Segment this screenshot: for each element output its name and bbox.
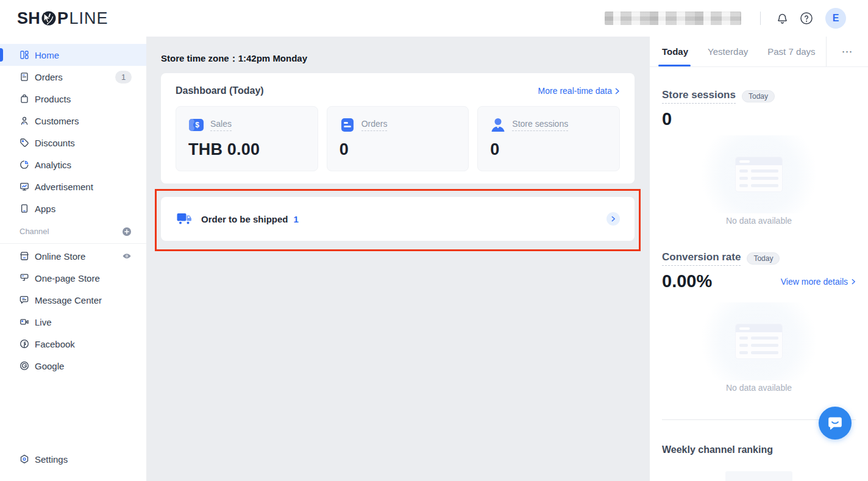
sidebar-item-label: Discounts — [35, 138, 132, 148]
user-avatar[interactable]: E — [825, 8, 846, 29]
store-sessions-icon — [490, 117, 506, 133]
sidebar-item-label: Google — [35, 361, 132, 371]
metric-orders[interactable]: Orders 0 — [327, 106, 469, 171]
google-icon — [20, 361, 29, 371]
no-data-text: No data available — [662, 216, 856, 226]
customers-icon — [20, 116, 29, 126]
order-to-be-shipped-card[interactable]: Order to be shipped 1 — [161, 197, 635, 241]
notifications-button[interactable] — [774, 10, 790, 26]
orders-metric-icon — [340, 117, 355, 133]
sidebar-item-advertisement[interactable]: Advertisement — [0, 176, 146, 198]
store-sessions-value: 0 — [662, 109, 856, 129]
sidebar-item-home[interactable]: Home — [0, 44, 146, 66]
avatar-letter: E — [833, 13, 839, 24]
metric-store-sessions[interactable]: Store sessions 0 — [477, 106, 620, 171]
sales-icon: $ — [188, 117, 204, 133]
view-more-details-link[interactable]: View more details — [781, 277, 856, 287]
products-icon — [20, 94, 29, 104]
orders-count-badge: 1 — [115, 71, 132, 84]
metric-value: THB 0.00 — [188, 140, 305, 159]
analytics-icon — [20, 160, 29, 169]
sidebar-item-label: Facebook — [35, 339, 132, 349]
sidebar-item-online-store[interactable]: Online Store — [0, 245, 146, 267]
sidebar-item-facebook[interactable]: Facebook — [0, 333, 146, 355]
store-sessions-title[interactable]: Store sessions — [662, 89, 736, 104]
sidebar-item-label: Orders — [35, 72, 115, 82]
logo-text-bold-2: P — [57, 9, 68, 28]
sidebar-item-one-page-store[interactable]: One-page Store — [0, 267, 146, 289]
sidebar-item-label: Advertisement — [35, 182, 132, 192]
one-page-store-icon — [20, 273, 29, 283]
channel-label: Channel — [20, 227, 122, 236]
visibility-eye-icon[interactable] — [122, 251, 132, 261]
sidebar-item-products[interactable]: Products — [0, 88, 146, 110]
topbar: SH P LINE E — [0, 0, 868, 37]
apps-icon — [20, 204, 29, 213]
order-card-chevron-button[interactable] — [607, 212, 620, 226]
today-badge: Today — [742, 90, 775, 102]
question-icon — [800, 12, 813, 25]
sidebar-item-settings[interactable]: Settings — [0, 448, 146, 470]
chevron-right-icon — [615, 88, 620, 94]
logo-text-bold: SH — [17, 9, 40, 28]
sidebar-item-label: Analytics — [35, 160, 132, 170]
active-indicator — [0, 48, 3, 62]
conversion-rate-title[interactable]: Conversion rate — [662, 251, 741, 266]
sidebar-item-label: Apps — [35, 204, 132, 214]
store-name-blurred — [605, 12, 741, 25]
sidebar-item-customers[interactable]: Customers — [0, 110, 146, 132]
online-store-icon — [20, 251, 29, 261]
sidebar-item-discounts[interactable]: Discounts — [0, 132, 146, 154]
sidebar-item-label: Products — [35, 94, 132, 104]
dashboard-title: Dashboard (Today) — [176, 85, 538, 96]
sidebar-item-label: Message Center — [35, 295, 132, 305]
shopline-logo[interactable]: SH P LINE — [17, 9, 108, 28]
empty-state-illustration — [686, 135, 832, 213]
live-chat-button[interactable] — [819, 407, 852, 440]
sidebar-item-label: Settings — [35, 454, 132, 465]
metric-sales[interactable]: $ Sales THB 0.00 — [176, 106, 318, 171]
advertisement-icon — [20, 182, 29, 191]
more-realtime-data-link[interactable]: More real-time data — [538, 86, 620, 96]
mouse-cursor — [43, 13, 52, 24]
sidebar-item-analytics[interactable]: Analytics — [0, 154, 146, 176]
chevron-right-icon — [852, 279, 856, 285]
message-center-icon — [20, 295, 29, 305]
sidebar-item-apps[interactable]: Apps — [0, 198, 146, 219]
tab-yesterday[interactable]: Yesterday — [698, 37, 758, 66]
sidebar-item-message-center[interactable]: Message Center — [0, 289, 146, 311]
home-icon — [20, 50, 29, 60]
live-icon — [20, 317, 29, 327]
tabs-more-button[interactable]: ⋯ — [827, 37, 868, 66]
sidebar-item-label: Customers — [35, 116, 132, 126]
discounts-icon — [20, 138, 29, 148]
sidebar-item-orders[interactable]: Orders 1 — [0, 66, 146, 88]
add-channel-icon[interactable] — [122, 227, 132, 237]
metric-label: Sales — [210, 119, 232, 131]
conversion-rate-value: 0.00% — [662, 271, 781, 291]
chat-bubble-icon — [827, 415, 844, 432]
sidebar-item-label: Home — [35, 50, 132, 60]
help-button[interactable] — [799, 10, 814, 26]
chevron-right-icon — [611, 216, 616, 222]
sidebar-item-label: One-page Store — [35, 273, 132, 283]
channel-section-header: Channel — [0, 219, 146, 244]
weekly-channel-ranking-title: Weekly channel ranking — [662, 444, 856, 455]
truck-icon — [177, 213, 193, 226]
sidebar-item-label: Online Store — [35, 251, 122, 262]
main-content: Store time zone：1:42pm Monday Dashboard … — [146, 37, 650, 481]
facebook-icon — [20, 339, 29, 349]
order-card-count: 1 — [294, 214, 299, 224]
sidebar-item-google[interactable]: Google — [0, 355, 146, 377]
red-annotation-highlight: Order to be shipped 1 — [155, 189, 641, 251]
logo-text-light: LINE — [69, 9, 108, 28]
dashboard-card: Dashboard (Today) More real-time data $ — [161, 73, 635, 183]
sidebar-item-live[interactable]: Live — [0, 311, 146, 333]
today-badge: Today — [747, 252, 780, 265]
tab-today[interactable]: Today — [650, 37, 698, 66]
metric-value: 0 — [490, 140, 607, 159]
no-data-graphic — [736, 324, 782, 358]
bell-icon — [776, 12, 789, 25]
tab-past-7-days[interactable]: Past 7 days — [758, 37, 825, 66]
date-range-tabs: Today Yesterday Past 7 days ⋯ — [650, 37, 868, 67]
